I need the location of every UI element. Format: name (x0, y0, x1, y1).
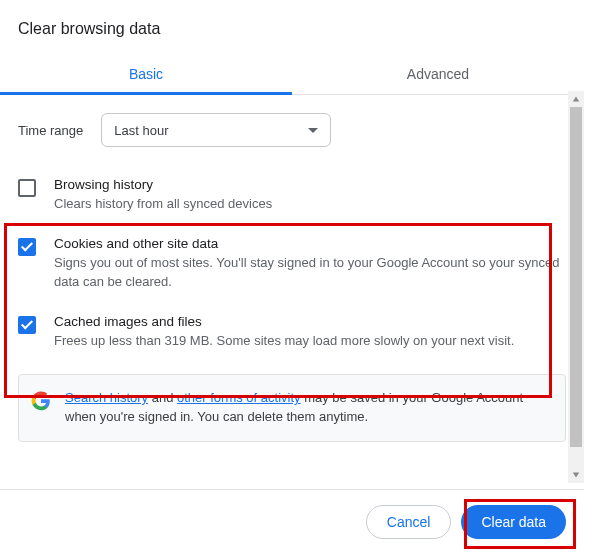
scroll-thumb[interactable] (570, 107, 582, 447)
cancel-button[interactable]: Cancel (366, 505, 452, 539)
option-title: Cookies and other site data (54, 236, 566, 251)
option-cache: Cached images and files Frees up less th… (18, 308, 566, 367)
option-browsing-history: Browsing history Clears history from all… (18, 171, 566, 230)
link-other-activity[interactable]: other forms of activity (177, 390, 301, 405)
google-icon (31, 391, 51, 411)
option-desc: Signs you out of most sites. You'll stay… (54, 254, 566, 292)
time-range-select[interactable]: Last hour (101, 113, 331, 147)
clear-browsing-data-dialog: Clear browsing data Basic Advanced Time … (0, 0, 584, 557)
option-cookies: Cookies and other site data Signs you ou… (18, 230, 566, 308)
option-title: Cached images and files (54, 314, 514, 329)
tab-basic[interactable]: Basic (0, 56, 292, 94)
checkbox-cookies[interactable] (18, 238, 36, 256)
options-area: Time range Last hour Browsing history Cl… (0, 95, 584, 485)
time-range-row: Time range Last hour (18, 113, 566, 147)
option-desc: Clears history from all synced devices (54, 195, 272, 214)
google-account-info: Search history and other forms of activi… (18, 374, 566, 442)
link-search-history[interactable]: Search history (65, 390, 148, 405)
info-text: Search history and other forms of activi… (65, 389, 551, 427)
option-desc: Frees up less than 319 MB. Some sites ma… (54, 332, 514, 351)
scrollbar[interactable] (568, 91, 584, 483)
tabs: Basic Advanced (0, 56, 584, 95)
checkbox-browsing-history[interactable] (18, 179, 36, 197)
time-range-value: Last hour (114, 123, 168, 138)
tab-advanced[interactable]: Advanced (292, 56, 584, 94)
option-title: Browsing history (54, 177, 272, 192)
dialog-footer: Cancel Clear data (0, 489, 584, 553)
scroll-down-icon[interactable] (568, 467, 584, 483)
scroll-up-icon[interactable] (568, 91, 584, 107)
dialog-title: Clear browsing data (0, 0, 584, 56)
clear-data-button[interactable]: Clear data (461, 505, 566, 539)
chevron-down-icon (308, 128, 318, 133)
checkbox-cache[interactable] (18, 316, 36, 334)
time-range-label: Time range (18, 123, 83, 138)
